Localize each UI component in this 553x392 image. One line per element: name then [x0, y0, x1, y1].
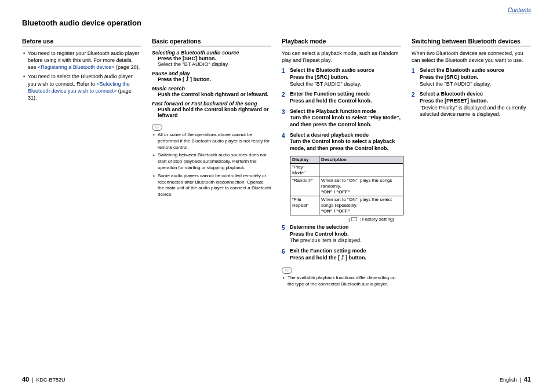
before-use-list: You need to register your Bluetooth audi…: [22, 50, 141, 101]
model-name: KDC-BT52U: [37, 377, 66, 383]
step-instruction: Press the Control knob.: [290, 231, 401, 238]
step-item: 2 Select a Bluetooth device Press the [P…: [412, 91, 531, 118]
col-switching: Switching between Bluetooth devices When…: [412, 38, 531, 290]
playback-mode-heading: Playback mode: [282, 38, 401, 46]
table-row: "File Repeat"When set to "ON", plays the…: [290, 196, 403, 215]
operation-instruction: Press the [ ⤴ ] button.: [152, 76, 271, 82]
step-title: Select a desired playback mode: [290, 132, 401, 139]
step-item: 4 Select a desired playback mode Turn th…: [282, 132, 401, 152]
table-row: "Play Mode": [290, 163, 403, 177]
step-title: Select the Bluetooth audio source: [290, 67, 401, 74]
switching-heading: Switching between Bluetooth devices: [412, 38, 531, 46]
contents-link[interactable]: Contents: [508, 7, 531, 13]
note-icon: ⦾: [152, 124, 162, 131]
step-title: Exit the Function setting mode: [290, 248, 401, 255]
playback-steps: 1 Select the Bluetooth audio source Pres…: [282, 67, 401, 152]
footer-left: 40 | KDC-BT52U: [22, 376, 66, 383]
step-item: 6 Exit the Function setting mode Press a…: [282, 248, 401, 261]
note-item: All or some of the operations above cann…: [152, 132, 271, 151]
table-cell: "Play Mode": [290, 163, 319, 177]
step-title: Determine the selection: [290, 224, 401, 231]
page-title: Bluetooth audio device operation: [22, 19, 531, 27]
step-item: 1 Select the Bluetooth audio source Pres…: [282, 67, 401, 87]
table-row: "Random"When set to "ON", plays the song…: [290, 177, 403, 196]
operation-instruction: Push and hold the Control knob rightward…: [152, 107, 271, 118]
step-item: 2 Enter the Function setting mode Press …: [282, 91, 401, 104]
operation-subtext: Select the "BT AUDIO" display.: [152, 61, 271, 67]
col-playback-mode: Playback mode You can select a playback …: [282, 38, 401, 290]
operation-instruction: Push the Control knob rightward or leftw…: [152, 91, 271, 97]
operation-title: Selecting a Bluetooth audio source: [152, 50, 271, 56]
basic-operations-heading: Basic operations: [152, 38, 271, 46]
table-cell: When set to "ON", plays the songs random…: [319, 177, 403, 196]
step-instruction: Press the [SRC] button.: [290, 74, 401, 81]
operation-title: Music search: [152, 86, 271, 91]
playback-steps-2: 5 Determine the selection Press the Cont…: [282, 224, 401, 261]
text: (page 28).: [115, 64, 140, 70]
playback-intro: You can select a playback mode, such as …: [282, 50, 401, 64]
note-item: The available playback functions differ …: [282, 275, 401, 288]
page-number-left: 40: [22, 376, 29, 383]
operation-item: Pause and play Press the [ ⤴ ] button.: [152, 71, 271, 82]
table-cell: "Random": [290, 177, 319, 196]
step-instruction: Turn the Control knob to select a playba…: [290, 138, 401, 152]
table-cell: When set to "ON", plays the select songs…: [319, 196, 403, 215]
step-title: Select the Playback function mode: [290, 108, 401, 115]
before-use-item: You need to register your Bluetooth audi…: [22, 50, 141, 71]
operation-item: Fast forward or Fast backward of the son…: [152, 101, 271, 118]
step-subtext: Select the "BT AUDIO" display.: [290, 81, 401, 88]
step-instruction: Press the [PRESET] button.: [420, 98, 531, 105]
before-use-item: You need to select the Bluetooth audio p…: [22, 73, 141, 101]
step-number: 1: [412, 67, 415, 75]
note-icon: ⦾: [282, 267, 292, 274]
register-link[interactable]: <Registering a Bluetooth device>: [38, 64, 115, 70]
note-item: Some audio players cannot be controlled …: [152, 173, 271, 198]
step-number: 1: [282, 67, 285, 75]
step-subtext: The previous item is displayed.: [290, 237, 401, 244]
step-item: 3 Select the Playback function mode Turn…: [282, 108, 401, 129]
playback-table: Display Description "Play Mode" "Random"…: [290, 156, 403, 215]
playback-notes: The available playback functions differ …: [282, 275, 401, 288]
step-number: 3: [282, 108, 285, 116]
basic-notes: All or some of the operations above cann…: [152, 132, 271, 198]
step-instruction: Press and hold the [ ⤴ ] button.: [290, 255, 401, 262]
step-item: 5 Determine the selection Press the Cont…: [282, 224, 401, 244]
operation-title: Pause and play: [152, 71, 271, 76]
step-instruction: Press the [SRC] button.: [420, 74, 531, 81]
operation-title: Fast forward or Fast backward of the son…: [152, 101, 271, 107]
content-columns: Before use You need to register your Blu…: [22, 38, 531, 290]
step-title: Enter the Function setting mode: [290, 91, 401, 98]
table-header: Description: [319, 156, 403, 163]
step-instruction: Press and hold the Control knob.: [290, 98, 401, 105]
table-cell: [319, 163, 403, 177]
step-number: 5: [282, 224, 285, 232]
step-subtext: Select the "BT AUDIO" display.: [420, 81, 531, 88]
operation-item: Selecting a Bluetooth audio source Press…: [152, 50, 271, 67]
step-title: Select the Bluetooth audio source: [420, 67, 531, 74]
footer-lang: English: [500, 377, 517, 383]
table-header: Display: [290, 156, 319, 163]
step-number: 6: [282, 248, 285, 255]
step-subtext: "Device Priority" is displayed and the c…: [420, 105, 531, 118]
step-number: 2: [282, 91, 285, 98]
operation-item: Music search Push the Control knob right…: [152, 86, 271, 97]
switching-intro: When two Bluetooth devices are connected…: [412, 50, 531, 64]
table-caption: ( : Factory setting): [282, 217, 401, 222]
before-use-heading: Before use: [22, 38, 141, 46]
step-number: 4: [282, 132, 285, 140]
col-before-use: Before use You need to register your Blu…: [22, 38, 141, 290]
page-number-right: 41: [524, 376, 531, 383]
footer-right: English | 41: [500, 376, 531, 383]
step-number: 2: [412, 91, 415, 98]
col-basic-operations: Basic operations Selecting a Bluetooth a…: [152, 38, 271, 290]
note-item: Switching between Bluetooth audio source…: [152, 152, 271, 171]
step-item: 1 Select the Bluetooth audio source Pres…: [412, 67, 531, 87]
operation-instruction: Press the [SRC] button.: [152, 56, 271, 61]
switching-steps: 1 Select the Bluetooth audio source Pres…: [412, 67, 531, 118]
table-cell: "File Repeat": [290, 196, 319, 215]
page-footer: 40 | KDC-BT52U English | 41: [22, 376, 531, 383]
step-instruction: Turn the Control knob to select "Play Mo…: [290, 115, 401, 128]
step-title: Select a Bluetooth device: [420, 91, 531, 98]
